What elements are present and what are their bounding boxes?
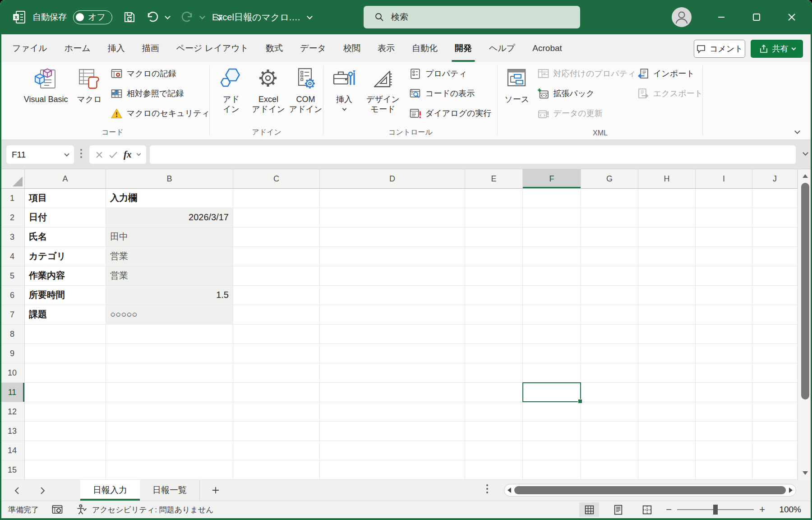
column-header-H[interactable]: H [638, 169, 696, 189]
cell-D11[interactable] [320, 383, 465, 402]
scroll-right-icon[interactable] [789, 487, 793, 493]
cell-D14[interactable] [320, 441, 465, 460]
cell-G13[interactable] [581, 422, 638, 441]
cell-E1[interactable] [465, 189, 523, 208]
map-properties-button[interactable]: 対応付けのプロパティ [537, 67, 637, 80]
cell-D2[interactable] [320, 208, 465, 228]
row-header-1[interactable]: 1 [0, 189, 25, 208]
ribbon-tab-automate[interactable]: 自動化 [403, 34, 446, 62]
zoom-out-icon[interactable]: − [666, 504, 672, 515]
formula-input[interactable] [150, 145, 796, 164]
cell-C8[interactable] [233, 325, 320, 344]
cell-B11[interactable] [106, 383, 233, 402]
cell-C5[interactable] [233, 266, 320, 286]
cell-G15[interactable] [581, 460, 638, 480]
cell-C2[interactable] [233, 208, 320, 228]
row-header-12[interactable]: 12 [0, 402, 25, 422]
row-header-10[interactable]: 10 [0, 363, 25, 383]
cell-A9[interactable] [25, 344, 106, 363]
page-layout-view-button[interactable] [608, 502, 628, 517]
column-header-D[interactable]: D [320, 169, 465, 189]
cell-I13[interactable] [696, 422, 752, 441]
cell-G7[interactable] [581, 305, 638, 325]
cell-F9[interactable] [523, 344, 581, 363]
cell-I6[interactable] [696, 286, 752, 305]
ribbon-tab-developer[interactable]: 開発 [446, 34, 480, 62]
ribbon-tab-insert[interactable]: 挿入 [99, 34, 134, 62]
cell-B6[interactable]: 1.5 [106, 286, 233, 305]
page-break-preview-button[interactable] [637, 502, 657, 517]
cell-G5[interactable] [581, 266, 638, 286]
cell-H3[interactable] [638, 228, 696, 247]
cell-B12[interactable] [106, 402, 233, 422]
cell-F1[interactable] [523, 189, 581, 208]
cell-B14[interactable] [106, 441, 233, 460]
row-header-13[interactable]: 13 [0, 422, 25, 441]
cell-E12[interactable] [465, 402, 523, 422]
cell-E13[interactable] [465, 422, 523, 441]
zoom-slider-thumb[interactable] [713, 505, 718, 515]
cell-F14[interactable] [523, 441, 581, 460]
cell-D8[interactable] [320, 325, 465, 344]
cell-J10[interactable] [752, 363, 798, 383]
cell-F13[interactable] [523, 422, 581, 441]
cell-D1[interactable] [320, 189, 465, 208]
cell-E2[interactable] [465, 208, 523, 228]
excel-add-ins-button[interactable]: Excelアドイン [249, 62, 288, 114]
cell-A4[interactable]: カテゴリ [25, 247, 106, 266]
com-add-ins-button[interactable]: COMアドイン [288, 62, 323, 114]
ribbon-tab-formulas[interactable]: 数式 [257, 34, 291, 62]
cell-I14[interactable] [696, 441, 752, 460]
new-sheet-button[interactable] [200, 480, 231, 501]
autosave-toggle[interactable]: オフ [73, 10, 112, 24]
cell-G8[interactable] [581, 325, 638, 344]
scroll-up-icon[interactable] [798, 170, 812, 182]
cell-H12[interactable] [638, 402, 696, 422]
cell-D6[interactable] [320, 286, 465, 305]
cell-H5[interactable] [638, 266, 696, 286]
cell-A13[interactable] [25, 422, 106, 441]
cell-F10[interactable] [523, 363, 581, 383]
cell-H6[interactable] [638, 286, 696, 305]
save-icon[interactable] [123, 11, 136, 23]
next-sheet-button[interactable] [30, 480, 56, 501]
expansion-packs-button[interactable]: 拡張パック [537, 87, 637, 100]
cell-F15[interactable] [523, 460, 581, 480]
cell-E6[interactable] [465, 286, 523, 305]
column-header-E[interactable]: E [465, 169, 523, 189]
redo-button[interactable] [180, 11, 194, 23]
cell-E7[interactable] [465, 305, 523, 325]
cell-E5[interactable] [465, 266, 523, 286]
cell-A2[interactable]: 日付 [25, 208, 106, 228]
cell-G6[interactable] [581, 286, 638, 305]
cell-A7[interactable]: 課題 [25, 305, 106, 325]
avatar[interactable] [671, 7, 692, 28]
cell-B4[interactable]: 営業 [106, 247, 233, 266]
cell-E11[interactable] [465, 383, 523, 402]
cell-J1[interactable] [752, 189, 798, 208]
select-all-corner[interactable] [0, 169, 25, 189]
visual-basic-button[interactable]: Visual Basic [19, 62, 73, 104]
macro-security-button[interactable]: マクロのセキュリティ [111, 107, 210, 120]
ribbon-tab-draw[interactable]: 描画 [134, 34, 168, 62]
cell-F6[interactable] [523, 286, 581, 305]
cell-C10[interactable] [233, 363, 320, 383]
cell-J14[interactable] [752, 441, 798, 460]
row-header-15[interactable]: 15 [0, 460, 25, 480]
cell-C12[interactable] [233, 402, 320, 422]
cell-I11[interactable] [696, 383, 752, 402]
cell-D13[interactable] [320, 422, 465, 441]
insert-controls-button[interactable]: 挿入 [327, 62, 361, 110]
formula-bar-drag-dots[interactable] [79, 149, 83, 158]
row-header-9[interactable]: 9 [0, 344, 25, 363]
ribbon-tab-data[interactable]: データ [291, 34, 335, 62]
cell-G4[interactable] [581, 247, 638, 266]
cell-J7[interactable] [752, 305, 798, 325]
cell-G1[interactable] [581, 189, 638, 208]
xml-source-button[interactable]: ソース [501, 62, 533, 104]
cell-C9[interactable] [233, 344, 320, 363]
view-code-button[interactable]: コードの表示 [409, 87, 492, 100]
cell-A8[interactable] [25, 325, 106, 344]
cell-F8[interactable] [523, 325, 581, 344]
row-header-11[interactable]: 11 [0, 383, 25, 402]
